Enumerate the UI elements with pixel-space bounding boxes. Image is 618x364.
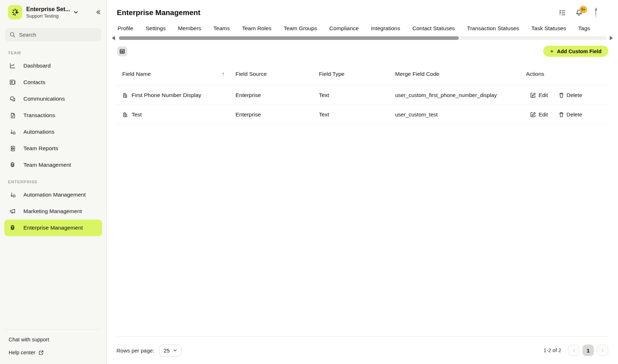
avatar-broken-image-icon[interactable] — [592, 7, 600, 18]
help-center-link[interactable]: Help center — [0, 346, 106, 359]
main-area: Enterprise Management 9+ Profile Setting… — [107, 0, 618, 364]
tab-team-roles[interactable]: Team Roles — [242, 25, 271, 32]
pagination-bar: Rows per page: 25 1-2 of 2 ‹ 1 › — [115, 336, 608, 364]
plus-icon: + — [550, 48, 554, 54]
collapse-sidebar-icon[interactable] — [95, 9, 101, 15]
building-icon — [122, 92, 128, 98]
tab-profile[interactable]: Profile — [118, 25, 133, 32]
field-name: First Phone Number Display — [132, 92, 201, 98]
column-header-merge-field-code[interactable]: Merge Field Code — [395, 71, 526, 77]
table-toolbar: + Add Custom Field — [107, 40, 618, 57]
sidebar-nav: TEAM Dashboard Contacts Communications T… — [0, 41, 106, 236]
tab-transaction-statuses[interactable]: Transaction Statuses — [467, 25, 519, 32]
rows-per-page-select[interactable]: 25 — [159, 345, 182, 356]
tab-team-groups[interactable]: Team Groups — [284, 25, 317, 32]
page-title: Enterprise Management — [117, 8, 200, 17]
rows-per-page-label: Rows per page: — [116, 347, 154, 354]
add-custom-field-label: Add Custom Field — [557, 49, 601, 54]
edit-button[interactable]: Edit — [530, 111, 548, 118]
scroll-left-icon[interactable] — [112, 36, 115, 40]
tab-compliance[interactable]: Compliance — [329, 25, 359, 32]
sidebar-item-team-management[interactable]: Team Management — [4, 157, 102, 173]
scrollbar-track[interactable] — [118, 36, 607, 40]
sidebar-item-contacts[interactable]: Contacts — [4, 74, 102, 91]
workspace-name: Enterprise Set... — [26, 6, 70, 13]
column-header-field-source[interactable]: Field Source — [235, 71, 319, 77]
automation-arrow-icon — [9, 129, 17, 135]
sidebar-item-label: Enterprise Management — [23, 225, 83, 231]
pagination-range: 1-2 of 2 — [544, 347, 561, 353]
chevron-down-icon — [173, 348, 177, 353]
document-icon — [9, 112, 17, 119]
edit-button[interactable]: Edit — [530, 92, 548, 98]
previous-page-button[interactable]: ‹ — [568, 345, 580, 356]
current-page-button[interactable]: 1 — [582, 345, 594, 356]
chat-with-support-link[interactable]: Chat with support — [0, 333, 106, 346]
sort-asc-icon[interactable]: ↑ — [222, 71, 225, 77]
sidebar-item-label: Transactions — [23, 112, 55, 119]
scrollbar-thumb[interactable] — [119, 36, 459, 40]
sidebar-item-label: Automation Management — [23, 192, 86, 198]
merge-field-code: user_custom_test — [395, 111, 526, 118]
tab-members[interactable]: Members — [178, 25, 201, 32]
tab-bar: Profile Settings Members Teams Team Role… — [107, 18, 618, 32]
gear-icon — [9, 161, 17, 169]
table-header-row: Field Name ↑ Field Source Field Type Mer… — [115, 63, 608, 86]
table-view-toggle-button[interactable] — [117, 46, 127, 56]
column-header-field-type[interactable]: Field Type — [319, 71, 395, 77]
next-page-button[interactable]: › — [597, 345, 608, 356]
table-row[interactable]: First Phone Number Display Enterprise Te… — [115, 86, 608, 105]
sidebar-item-label: Dashboard — [23, 63, 51, 69]
add-custom-field-button[interactable]: + Add Custom Field — [543, 46, 608, 57]
search-field[interactable] — [19, 32, 97, 38]
tab-settings[interactable]: Settings — [146, 25, 166, 32]
tab-task-statuses[interactable]: Task Statuses — [531, 25, 566, 32]
delete-button[interactable]: Delete — [559, 92, 582, 98]
trash-icon — [559, 92, 564, 98]
notifications-bell-icon[interactable]: 9+ — [575, 9, 583, 17]
sidebar: Enterprise Set... Support Testing TEAM D… — [0, 0, 107, 364]
sidebar-divider — [6, 329, 101, 330]
tab-contact-statuses[interactable]: Contact Statuses — [412, 25, 455, 32]
column-header-field-name[interactable]: Field Name — [122, 71, 151, 77]
sidebar-item-dashboard[interactable]: Dashboard — [4, 57, 102, 74]
chevron-down-icon[interactable] — [73, 9, 79, 15]
building-icon — [122, 112, 128, 118]
field-name: Test — [132, 111, 142, 118]
table-row[interactable]: Test Enterprise Text user_custom_test Ed… — [115, 105, 608, 124]
page-header: Enterprise Management 9+ — [107, 0, 618, 18]
workspace-logo — [8, 5, 22, 19]
tasks-checklist-icon[interactable] — [559, 9, 566, 16]
scroll-right-icon[interactable] — [610, 36, 613, 40]
trash-icon — [559, 112, 564, 118]
sidebar-item-transactions[interactable]: Transactions — [4, 107, 102, 124]
sidebar-item-label: Team Management — [23, 162, 71, 168]
sidebar-item-marketing-management[interactable]: Marketing Management — [4, 203, 102, 220]
delete-button[interactable]: Delete — [559, 111, 582, 118]
sidebar-footer: Chat with support Help center — [0, 329, 106, 364]
field-source: Enterprise — [235, 111, 319, 118]
sidebar-item-label: Contacts — [23, 79, 45, 86]
merge-field-code: user_custom_first_phone_number_display — [395, 92, 526, 98]
sidebar-item-automations[interactable]: Automations — [4, 124, 102, 140]
tab-teams[interactable]: Teams — [214, 25, 230, 32]
chevron-left-icon: ‹ — [573, 347, 575, 354]
field-type: Text — [319, 111, 395, 118]
search-input[interactable] — [5, 28, 101, 41]
tab-integrations[interactable]: Integrations — [371, 25, 400, 32]
tab-tags[interactable]: Tags — [578, 25, 590, 32]
sidebar-item-communications[interactable]: Communications — [4, 91, 102, 107]
report-document-icon — [9, 145, 17, 152]
table-grid-icon — [119, 49, 125, 54]
tabs-scrollbar — [107, 36, 618, 40]
sidebar-item-enterprise-management[interactable]: Enterprise Management — [4, 220, 102, 236]
sidebar-item-automation-management[interactable]: Automation Management — [4, 186, 102, 203]
edit-pencil-icon — [530, 92, 536, 98]
logo-burst-icon — [11, 8, 19, 17]
edit-pencil-icon — [530, 112, 536, 118]
search-icon — [9, 32, 15, 38]
chat-with-support-label: Chat with support — [9, 337, 49, 342]
sidebar-item-team-reports[interactable]: Team Reports — [4, 140, 102, 157]
chat-bubbles-icon — [9, 95, 17, 102]
workspace-switcher[interactable]: Enterprise Set... Support Testing — [0, 0, 106, 19]
